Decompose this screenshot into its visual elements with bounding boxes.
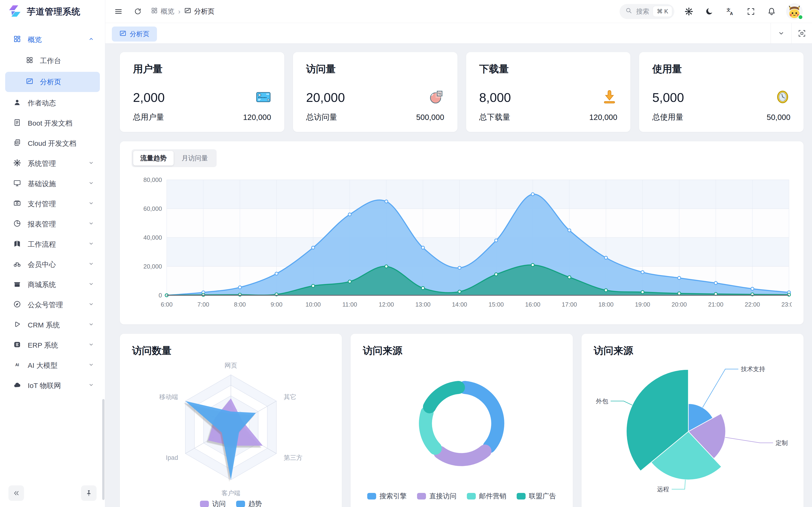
chevron-icon [88,180,95,188]
chevron-icon [88,36,95,44]
donut-legend: 搜索引擎直接访问邮件营销联盟广告 [363,492,560,502]
svg-text:远程: 远程 [657,486,669,493]
stat-card-用户量: 用户量2,000总用户量120,000 [120,52,284,132]
breadcrumb-item[interactable]: 分析页 [184,7,214,16]
stat-total-value: 50,000 [767,113,791,122]
refresh-icon[interactable] [132,5,144,17]
stat-total-value: 500,000 [416,113,444,122]
member-icon [13,260,21,270]
dark-mode-icon[interactable] [703,5,716,17]
stat-title: 下载量 [479,62,617,75]
app-title: 芋道管理系统 [27,6,80,17]
search-icon [625,7,632,16]
gear-icon [13,159,21,169]
sidebar-item-分析页[interactable]: 分析页 [5,72,100,92]
chevron-icon [88,159,95,168]
svg-text:9:00: 9:00 [271,301,283,308]
sidebar-item-基础设施[interactable]: 基础设施 [0,174,105,194]
sidebar-item-Boot 开发文档[interactable]: Boot 开发文档 [0,113,105,133]
sidebar-item-ERP 系统[interactable]: ERP 系统 [0,335,105,355]
tab-options-chevron-button[interactable] [771,23,791,44]
sidebar-item-AI 大模型[interactable]: AIAI 大模型 [0,355,105,376]
svg-text:%: % [438,92,441,96]
visit-source-pie-chart[interactable]: 技术支持定制远程外包 [594,359,791,504]
visit-radar-chart[interactable]: 网页其它第三方客户端Ipad移动端 [132,359,329,499]
grid-icon [151,7,158,16]
svg-text:60,000: 60,000 [143,205,162,212]
svg-text:20,000: 20,000 [143,263,162,270]
pin-sidebar-button[interactable] [81,486,97,501]
traffic-trend-chart[interactable]: 020,00040,00060,00080,0006:007:008:009:0… [132,173,792,315]
fullscreen-icon[interactable] [745,5,757,17]
svg-text:6:00: 6:00 [161,301,172,308]
svg-text:7:00: 7:00 [197,301,209,308]
legend-item-直接访问[interactable]: 直接访问 [417,492,457,501]
svg-text:40,000: 40,000 [143,234,162,241]
chevron-icon [88,382,95,390]
chevron-icon [88,240,95,249]
hamburger-menu-icon[interactable] [112,5,124,17]
tabbar: 分析页 [105,23,812,44]
sidebar-item-作者动态[interactable]: 作者动态 [0,93,105,113]
sidebar-item-概览[interactable]: 概览 [0,30,105,50]
legend-item-访问[interactable]: 访问 [200,499,226,507]
sidebar-item-支付管理[interactable]: 支付管理 [0,194,105,214]
legend-item-搜索引擎[interactable]: 搜索引擎 [367,492,407,501]
breadcrumb: 概览›分析页 [151,7,214,16]
visit-source-pie-panel: 访问来源 技术支持定制远程外包 [581,334,804,507]
svg-text:23:00: 23:00 [781,301,792,308]
collapse-sidebar-button[interactable] [8,486,24,501]
app-root: 芋道管理系统 概览工作台分析页作者动态Boot 开发文档Cloud 开发文档系统… [0,0,812,507]
payment-icon [13,199,21,209]
sidebar-item-商城系统[interactable]: 商城系统 [0,275,105,295]
trend-tab-月访问量[interactable]: 月访问量 [174,151,215,165]
sidebar-item-工作台[interactable]: 工作台 [5,51,100,71]
user-avatar[interactable] [786,3,803,20]
stat-total-label: 总使用量 [652,112,683,122]
stat-card-下载量: 下载量8,000总下载量120,000 [466,52,630,132]
mall-icon [13,280,21,290]
settings-icon[interactable] [683,5,695,17]
page-content: 用户量2,000总用户量120,000访问量20,000%总访问量500,000… [105,44,812,507]
legend-item-联盟广告[interactable]: 联盟广告 [517,492,556,501]
user-icon [13,98,21,108]
legend-item-趋势[interactable]: 趋势 [236,499,262,507]
sidebar-item-CRM 系统[interactable]: CRM 系统 [0,315,105,335]
workflow-icon [13,240,21,249]
svg-text:14:00: 14:00 [452,301,467,308]
credit-card-icon [256,89,271,106]
svg-text:16:00: 16:00 [525,301,541,308]
sidebar-item-Cloud 开发文档[interactable]: Cloud 开发文档 [0,133,105,154]
main-column: 概览›分析页 搜索 ⌘ K 文A [105,0,812,507]
search-shortcut-badge: ⌘ K [653,6,672,17]
radar-legend: 访问趋势 [132,499,329,507]
sidebar-item-会员中心[interactable]: 会员中心 [0,255,105,275]
svg-text:80,000: 80,000 [143,176,162,183]
content-fullscreen-button[interactable] [791,23,812,44]
tab-analysis-page[interactable]: 分析页 [112,26,157,42]
sidebar-item-系统管理[interactable]: 系统管理 [0,154,105,174]
visit-source-donut-chart[interactable] [363,359,560,492]
search-input[interactable]: 搜索 ⌘ K [620,4,674,19]
breadcrumb-item[interactable]: 概览 [151,7,174,16]
chevron-icon [88,301,95,309]
visit-source-donut-panel: 访问来源 搜索引擎直接访问邮件营销联盟广告 [351,334,572,507]
trend-tab-流量趋势[interactable]: 流量趋势 [133,151,173,165]
language-icon[interactable]: 文A [724,5,737,17]
sidebar-item-公众号管理[interactable]: 公众号管理 [0,295,105,315]
app-logo[interactable]: 芋道管理系统 [0,0,105,23]
svg-text:Ipad: Ipad [166,454,178,461]
sidebar-scrollbar[interactable] [102,399,105,500]
pie-badge-icon: % [429,89,444,106]
svg-text:网页: 网页 [224,362,237,369]
sidebar-item-报表管理[interactable]: 报表管理 [0,214,105,234]
logo-icon [8,4,21,19]
notifications-bell-icon[interactable] [765,5,778,17]
sidebar-item-IoT 物联网[interactable]: IoT 物联网 [0,376,105,396]
svg-text:定制: 定制 [775,440,788,446]
legend-item-邮件营销[interactable]: 邮件营销 [467,492,506,501]
download-icon [602,89,617,106]
legend-swatch [417,493,426,500]
sidebar-item-工作流程[interactable]: 工作流程 [0,234,105,255]
online-status-dot [798,14,803,20]
